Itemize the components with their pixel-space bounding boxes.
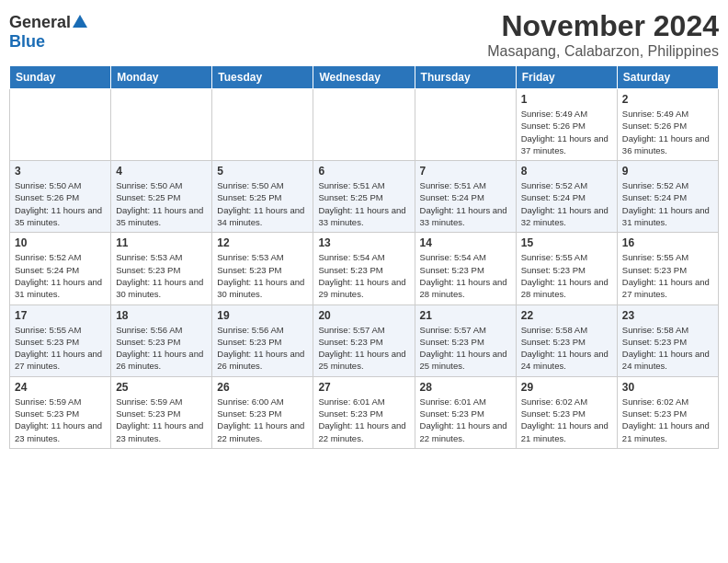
day-number: 26 [217,381,308,394]
calendar-table: SundayMondayTuesdayWednesdayThursdayFrid… [9,65,719,449]
calendar-day-cell: 21Sunrise: 5:57 AMSunset: 5:23 PMDayligh… [415,304,516,376]
calendar-header-tuesday: Tuesday [212,66,313,89]
day-info: Sunrise: 5:56 AMSunset: 5:23 PMDaylight:… [217,324,308,373]
day-info: Sunrise: 5:51 AMSunset: 5:24 PMDaylight:… [420,179,511,228]
calendar-day-cell: 14Sunrise: 5:54 AMSunset: 5:23 PMDayligh… [415,233,516,304]
calendar-day-cell: 13Sunrise: 5:54 AMSunset: 5:23 PMDayligh… [313,233,415,304]
day-info: Sunrise: 6:01 AMSunset: 5:23 PMDaylight:… [318,396,409,444]
day-number: 15 [521,236,612,249]
day-info: Sunrise: 5:59 AMSunset: 5:23 PMDaylight:… [15,396,106,444]
page-subtitle: Masapang, Calabarzon, Philippines [487,43,719,60]
calendar-day-cell: 12Sunrise: 5:53 AMSunset: 5:23 PMDayligh… [212,233,313,304]
day-number: 9 [622,165,713,178]
calendar-header-monday: Monday [111,66,212,89]
calendar-week-row: 17Sunrise: 5:55 AMSunset: 5:23 PMDayligh… [10,304,719,376]
day-info: Sunrise: 5:55 AMSunset: 5:23 PMDaylight:… [622,251,713,300]
calendar-day-cell: 23Sunrise: 5:58 AMSunset: 5:23 PMDayligh… [617,304,718,376]
day-info: Sunrise: 5:52 AMSunset: 5:24 PMDaylight:… [622,179,713,228]
day-info: Sunrise: 5:57 AMSunset: 5:23 PMDaylight:… [420,324,511,373]
day-info: Sunrise: 5:55 AMSunset: 5:23 PMDaylight:… [15,324,106,373]
day-info: Sunrise: 5:57 AMSunset: 5:23 PMDaylight:… [318,324,409,373]
day-info: Sunrise: 5:49 AMSunset: 5:26 PMDaylight:… [521,108,612,156]
calendar-day-cell: 9Sunrise: 5:52 AMSunset: 5:24 PMDaylight… [617,161,718,233]
calendar-day-cell: 25Sunrise: 5:59 AMSunset: 5:23 PMDayligh… [111,376,212,448]
calendar-day-cell: 7Sunrise: 5:51 AMSunset: 5:24 PMDaylight… [415,161,516,233]
day-info: Sunrise: 6:01 AMSunset: 5:23 PMDaylight:… [420,396,511,444]
logo-general-text: General [9,13,71,32]
calendar-header-saturday: Saturday [617,66,718,89]
day-number: 8 [521,165,612,178]
calendar-day-cell: 3Sunrise: 5:50 AMSunset: 5:26 PMDaylight… [10,161,111,233]
day-info: Sunrise: 5:56 AMSunset: 5:23 PMDaylight:… [116,324,207,373]
calendar-day-cell: 11Sunrise: 5:53 AMSunset: 5:23 PMDayligh… [111,233,212,304]
day-number: 21 [420,309,511,322]
day-number: 22 [521,309,612,322]
day-info: Sunrise: 5:50 AMSunset: 5:25 PMDaylight:… [217,179,308,228]
calendar-day-cell [313,89,415,161]
calendar-day-cell: 2Sunrise: 5:49 AMSunset: 5:26 PMDaylight… [617,89,718,161]
calendar-day-cell: 6Sunrise: 5:51 AMSunset: 5:25 PMDaylight… [313,161,415,233]
calendar-week-row: 24Sunrise: 5:59 AMSunset: 5:23 PMDayligh… [10,376,719,448]
calendar-week-row: 1Sunrise: 5:49 AMSunset: 5:26 PMDaylight… [10,89,719,161]
calendar-day-cell [111,89,212,161]
day-number: 25 [116,381,207,394]
day-info: Sunrise: 5:49 AMSunset: 5:26 PMDaylight:… [622,108,713,156]
day-number: 11 [116,236,207,249]
day-info: Sunrise: 5:50 AMSunset: 5:26 PMDaylight:… [15,179,106,228]
calendar-day-cell: 17Sunrise: 5:55 AMSunset: 5:23 PMDayligh… [10,304,111,376]
calendar-day-cell [415,89,516,161]
day-info: Sunrise: 6:02 AMSunset: 5:23 PMDaylight:… [521,396,612,444]
calendar-day-cell: 24Sunrise: 5:59 AMSunset: 5:23 PMDayligh… [10,376,111,448]
day-number: 17 [15,309,106,322]
day-number: 14 [420,236,511,249]
day-info: Sunrise: 5:58 AMSunset: 5:23 PMDaylight:… [521,324,612,373]
day-number: 19 [217,309,308,322]
day-number: 24 [15,381,106,394]
calendar-day-cell: 15Sunrise: 5:55 AMSunset: 5:23 PMDayligh… [516,233,617,304]
calendar-day-cell: 1Sunrise: 5:49 AMSunset: 5:26 PMDaylight… [516,89,617,161]
calendar-day-cell [10,89,111,161]
calendar-header-friday: Friday [516,66,617,89]
day-number: 13 [318,236,409,249]
calendar-day-cell: 29Sunrise: 6:02 AMSunset: 5:23 PMDayligh… [516,376,617,448]
calendar-day-cell: 16Sunrise: 5:55 AMSunset: 5:23 PMDayligh… [617,233,718,304]
day-info: Sunrise: 6:00 AMSunset: 5:23 PMDaylight:… [217,396,308,444]
day-number: 29 [521,381,612,394]
logo-triangle-icon [73,15,87,28]
day-number: 7 [420,165,511,178]
calendar-day-cell: 22Sunrise: 5:58 AMSunset: 5:23 PMDayligh… [516,304,617,376]
day-info: Sunrise: 6:02 AMSunset: 5:23 PMDaylight:… [622,396,713,444]
calendar-week-row: 10Sunrise: 5:52 AMSunset: 5:24 PMDayligh… [10,233,719,304]
day-number: 18 [116,309,207,322]
day-info: Sunrise: 5:53 AMSunset: 5:23 PMDaylight:… [116,251,207,300]
title-block: November 2024 Masapang, Calabarzon, Phil… [487,9,719,60]
day-info: Sunrise: 5:51 AMSunset: 5:25 PMDaylight:… [318,179,409,228]
calendar-day-cell: 19Sunrise: 5:56 AMSunset: 5:23 PMDayligh… [212,304,313,376]
calendar-header-wednesday: Wednesday [313,66,415,89]
calendar-day-cell: 4Sunrise: 5:50 AMSunset: 5:25 PMDaylight… [111,161,212,233]
calendar-header-thursday: Thursday [415,66,516,89]
calendar-day-cell: 28Sunrise: 6:01 AMSunset: 5:23 PMDayligh… [415,376,516,448]
day-number: 5 [217,165,308,178]
calendar-day-cell: 10Sunrise: 5:52 AMSunset: 5:24 PMDayligh… [10,233,111,304]
day-info: Sunrise: 5:59 AMSunset: 5:23 PMDaylight:… [116,396,207,444]
day-info: Sunrise: 5:52 AMSunset: 5:24 PMDaylight:… [521,179,612,228]
calendar-header-sunday: Sunday [10,66,111,89]
calendar-day-cell: 20Sunrise: 5:57 AMSunset: 5:23 PMDayligh… [313,304,415,376]
calendar-week-row: 3Sunrise: 5:50 AMSunset: 5:26 PMDaylight… [10,161,719,233]
logo: General Blue [9,9,87,52]
day-number: 1 [521,93,612,106]
day-number: 28 [420,381,511,394]
calendar-day-cell: 27Sunrise: 6:01 AMSunset: 5:23 PMDayligh… [313,376,415,448]
calendar-day-cell: 18Sunrise: 5:56 AMSunset: 5:23 PMDayligh… [111,304,212,376]
calendar-day-cell: 30Sunrise: 6:02 AMSunset: 5:23 PMDayligh… [617,376,718,448]
day-info: Sunrise: 5:50 AMSunset: 5:25 PMDaylight:… [116,179,207,228]
day-number: 12 [217,236,308,249]
day-number: 4 [116,165,207,178]
page-header: General Blue November 2024 Masapang, Cal… [9,9,719,60]
calendar-day-cell: 8Sunrise: 5:52 AMSunset: 5:24 PMDaylight… [516,161,617,233]
calendar-day-cell: 26Sunrise: 6:00 AMSunset: 5:23 PMDayligh… [212,376,313,448]
day-number: 6 [318,165,409,178]
day-number: 27 [318,381,409,394]
day-info: Sunrise: 5:54 AMSunset: 5:23 PMDaylight:… [420,251,511,300]
